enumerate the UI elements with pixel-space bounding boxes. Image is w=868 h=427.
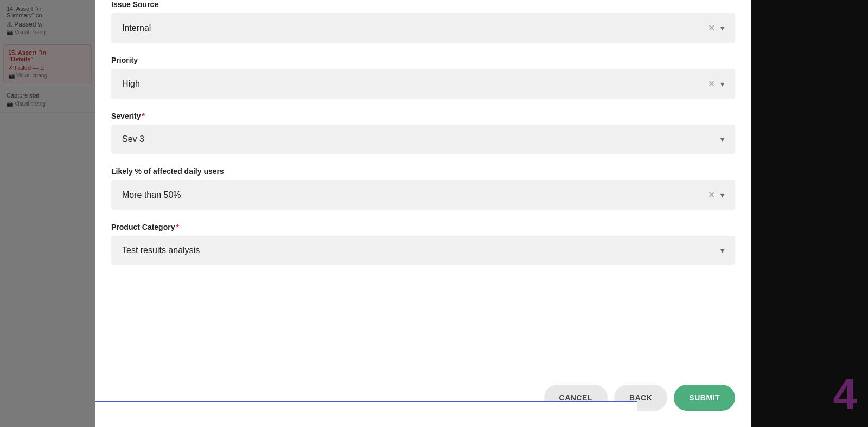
product-category-field: Product Category* Test results analysis …	[111, 223, 735, 265]
priority-clear[interactable]: ✕	[708, 79, 715, 89]
product-category-required: *	[176, 223, 178, 231]
submit-button[interactable]: SUBMIT	[674, 385, 735, 411]
priority-select[interactable]: High ✕ ▾	[111, 69, 735, 99]
modal-body: Issue Source Internal ✕ ▾ Priority High …	[95, 0, 751, 376]
bottom-bar	[95, 401, 637, 427]
modal-dialog: Issue Source Internal ✕ ▾ Priority High …	[95, 0, 751, 427]
product-category-label: Product Category*	[111, 223, 735, 231]
priority-field: Priority High ✕ ▾	[111, 56, 735, 99]
severity-required: *	[142, 112, 144, 120]
affected-users-controls: ✕ ▾	[708, 190, 724, 200]
affected-users-chevron: ▾	[720, 191, 724, 199]
priority-value: High	[122, 79, 140, 89]
issue-source-controls: ✕ ▾	[708, 23, 724, 33]
priority-chevron: ▾	[720, 80, 724, 88]
severity-label: Severity*	[111, 112, 735, 120]
priority-label: Priority	[111, 56, 735, 64]
product-category-select[interactable]: Test results analysis ▾	[111, 236, 735, 265]
priority-controls: ✕ ▾	[708, 79, 724, 89]
severity-controls: ▾	[720, 135, 724, 144]
affected-users-value: More than 50%	[122, 190, 181, 200]
product-category-controls: ▾	[720, 246, 724, 255]
severity-select[interactable]: Sev 3 ▾	[111, 125, 735, 154]
product-category-value: Test results analysis	[122, 245, 200, 255]
severity-value: Sev 3	[122, 134, 144, 144]
affected-users-clear[interactable]: ✕	[708, 190, 715, 200]
issue-source-select[interactable]: Internal ✕ ▾	[111, 13, 735, 43]
issue-source-clear[interactable]: ✕	[708, 23, 715, 33]
product-category-chevron: ▾	[720, 246, 724, 255]
affected-users-label: Likely % of affected daily users	[111, 167, 735, 176]
issue-source-field: Issue Source Internal ✕ ▾	[111, 0, 735, 43]
issue-source-chevron: ▾	[720, 24, 724, 33]
affected-users-select[interactable]: More than 50% ✕ ▾	[111, 180, 735, 210]
issue-source-value: Internal	[122, 23, 151, 33]
severity-field: Severity* Sev 3 ▾	[111, 112, 735, 154]
affected-users-field: Likely % of affected daily users More th…	[111, 167, 735, 210]
severity-chevron: ▾	[720, 135, 724, 144]
issue-source-label: Issue Source	[111, 0, 735, 9]
